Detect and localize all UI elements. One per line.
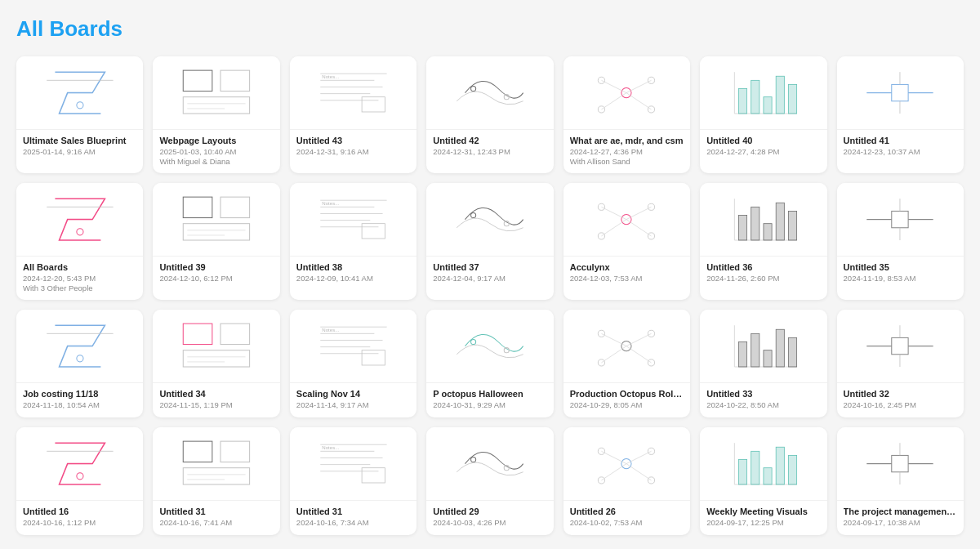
board-card[interactable]: Untitled 422024-12-31, 12:43 PM — [426, 56, 553, 173]
board-card[interactable]: Untitled 292024-10-03, 4:26 PM — [426, 427, 553, 535]
board-card[interactable]: P octopus Halloween2024-10-31, 9:29 AM — [426, 310, 553, 417]
board-card[interactable]: The project management pr...2024-09-17, … — [837, 427, 964, 535]
board-info: Untitled 352024-11-19, 8:53 AM — [837, 257, 964, 291]
svg-rect-48 — [362, 224, 385, 239]
board-info: Untitled 312024-10-16, 7:41 AM — [153, 501, 279, 535]
svg-line-22 — [602, 80, 627, 92]
board-preview — [153, 310, 279, 383]
board-title: Untitled 42 — [433, 136, 546, 145]
board-info: Untitled 372024-12-04, 9:17 AM — [426, 257, 553, 291]
board-card[interactable]: Acculynx2024-12-03, 7:53 AM — [564, 183, 690, 300]
svg-line-93 — [626, 346, 652, 363]
board-card[interactable]: Weekly Meeting Visuals2024-09-17, 12:25 … — [700, 427, 826, 535]
board-card[interactable]: Untitled 162024-10-16, 1:12 PM — [16, 427, 143, 535]
board-preview — [837, 310, 964, 383]
board-card[interactable]: Notes... Scaling Nov 142024-11-14, 9:17 … — [290, 310, 416, 417]
board-date: 2024-11-26, 2:60 PM — [706, 274, 820, 283]
board-preview — [426, 427, 553, 501]
svg-rect-5 — [183, 97, 249, 114]
board-title: Untitled 26 — [570, 507, 684, 516]
svg-point-104 — [77, 473, 83, 480]
board-card[interactable]: Notes... Untitled 382024-12-09, 10:41 AM — [290, 183, 416, 300]
board-title: Job costing 11/18 — [23, 389, 136, 399]
board-date: 2024-12-27, 4:36 PM — [570, 147, 684, 156]
board-title: Untitled 39 — [159, 262, 273, 272]
board-card[interactable]: Untitled 342024-11-15, 1:19 PM — [153, 310, 279, 417]
board-date: 2024-12-10, 6:12 PM — [159, 274, 273, 283]
board-card[interactable]: Untitled 332024-10-22, 8:50 AM — [700, 310, 826, 417]
board-date: 2024-09-17, 10:38 AM — [844, 518, 957, 527]
svg-rect-71 — [183, 324, 212, 344]
board-preview — [700, 183, 826, 257]
board-info: Acculynx2024-12-03, 7:53 AM — [564, 257, 690, 291]
svg-rect-132 — [764, 468, 772, 484]
board-preview — [16, 427, 143, 501]
board-card[interactable]: Untitled 322024-10-16, 2:45 PM — [837, 310, 964, 417]
boards-grid: Ultimate Sales Blueprint2025-01-14, 9:16… — [16, 56, 964, 535]
svg-point-2 — [77, 102, 83, 109]
svg-rect-63 — [751, 207, 760, 240]
board-card[interactable]: Untitled 402024-12-27, 4:28 PM — [700, 56, 826, 173]
board-card[interactable]: Ultimate Sales Blueprint2025-01-14, 9:16… — [16, 56, 143, 173]
board-card[interactable]: Notes... Untitled 312024-10-16, 7:34 AM — [290, 427, 416, 535]
board-title: Untitled 41 — [844, 136, 957, 145]
board-date: 2024-10-03, 4:26 PM — [433, 518, 546, 527]
board-card[interactable]: Untitled 362024-11-26, 2:60 PM — [700, 183, 826, 300]
board-info: Untitled 342024-11-15, 1:19 PM — [153, 383, 279, 417]
board-date: 2024-12-04, 9:17 AM — [433, 274, 546, 283]
board-preview — [564, 56, 690, 130]
board-card[interactable]: Untitled 262024-10-02, 7:53 AM — [564, 427, 690, 535]
board-date: 2024-10-16, 2:45 PM — [844, 400, 957, 409]
svg-rect-14 — [362, 97, 385, 112]
svg-point-117 — [471, 457, 476, 462]
board-preview — [153, 427, 279, 501]
svg-rect-133 — [776, 447, 784, 484]
board-date: 2024-10-16, 1:12 PM — [23, 518, 136, 527]
board-preview — [837, 56, 964, 130]
board-card[interactable]: Webpage Layouts2025-01-03, 10:40 AMWith … — [153, 56, 279, 173]
board-info: Untitled 422024-12-31, 12:43 PM — [426, 130, 553, 164]
svg-rect-72 — [220, 324, 250, 344]
board-preview — [564, 183, 690, 257]
board-date: 2024-12-03, 7:53 AM — [570, 274, 684, 283]
board-title: What are ae, mdr, and csm — [570, 136, 684, 145]
svg-point-15 — [471, 86, 476, 91]
svg-rect-28 — [738, 88, 746, 114]
board-info: P octopus Halloween2024-10-31, 9:29 AM — [426, 383, 553, 417]
board-date: 2024-12-20, 5:43 PM — [23, 274, 136, 283]
board-title: Weekly Meeting Visuals — [706, 507, 820, 516]
board-card[interactable]: Untitled 312024-10-16, 7:41 AM — [153, 427, 279, 535]
board-preview — [564, 427, 690, 501]
svg-rect-4 — [220, 70, 250, 91]
board-card[interactable]: Notes... Untitled 432024-12-31, 9:16 AM — [290, 56, 416, 173]
board-preview — [564, 310, 690, 383]
svg-rect-37 — [183, 197, 212, 217]
board-preview — [16, 56, 143, 130]
board-date: 2024-10-29, 8:05 AM — [570, 400, 684, 409]
svg-rect-116 — [362, 468, 385, 483]
svg-rect-106 — [220, 441, 250, 462]
board-card[interactable]: Untitled 392024-12-10, 6:12 PM — [153, 183, 279, 300]
svg-rect-67 — [892, 211, 908, 227]
board-info: Untitled 322024-10-16, 2:45 PM — [837, 383, 964, 417]
board-title: Untitled 40 — [706, 136, 820, 145]
board-info: Untitled 292024-10-03, 4:26 PM — [426, 501, 553, 535]
board-card[interactable]: All Boards2024-12-20, 5:43 PMWith 3 Othe… — [16, 183, 143, 300]
board-card[interactable]: Untitled 412024-12-23, 10:37 AM — [837, 56, 964, 173]
board-title: Untitled 31 — [159, 507, 273, 516]
board-info: All Boards2024-12-20, 5:43 PMWith 3 Othe… — [16, 257, 143, 300]
board-card[interactable]: Untitled 372024-12-04, 9:17 AM — [426, 183, 553, 300]
board-date: 2024-11-14, 9:17 AM — [296, 400, 410, 409]
board-preview — [153, 56, 279, 130]
board-card[interactable]: Untitled 352024-11-19, 8:53 AM — [837, 183, 964, 300]
svg-line-23 — [626, 80, 652, 92]
board-card[interactable]: Production Octopus Roles &...2024-10-29,… — [564, 310, 690, 417]
board-people: With Miguel & Diana — [159, 157, 273, 166]
board-preview — [837, 183, 964, 257]
svg-line-25 — [626, 93, 652, 109]
board-card[interactable]: What are ae, mdr, and csm2024-12-27, 4:3… — [564, 56, 690, 173]
svg-rect-32 — [788, 84, 796, 114]
svg-rect-29 — [751, 80, 760, 114]
board-card[interactable]: Job costing 11/182024-11-18, 10:54 AM — [16, 310, 143, 417]
board-preview: Notes... — [290, 183, 416, 257]
